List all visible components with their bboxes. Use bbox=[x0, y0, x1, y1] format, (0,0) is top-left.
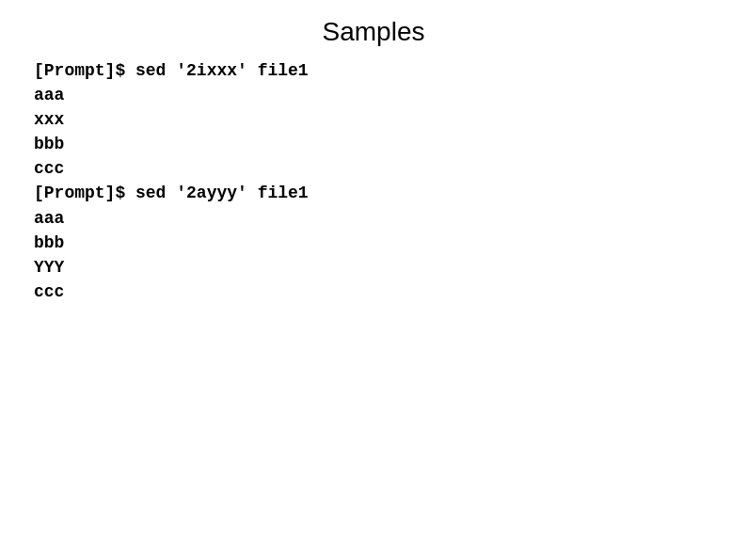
code-line-4: bbb bbox=[34, 132, 747, 156]
page-title: Samples bbox=[0, 0, 747, 56]
code-line-5: ccc bbox=[34, 156, 747, 181]
page-container: Samples [Prompt]$ sed '2ixxx' file1 aaa … bbox=[0, 0, 747, 560]
code-line-9: YYY bbox=[34, 255, 747, 280]
code-line-7: aaa bbox=[34, 206, 747, 231]
code-line-8: bbb bbox=[34, 231, 747, 255]
code-line-1: [Prompt]$ sed '2ixxx' file1 bbox=[34, 58, 747, 83]
code-line-6: [Prompt]$ sed '2ayyy' file1 bbox=[34, 181, 747, 205]
code-content: [Prompt]$ sed '2ixxx' file1 aaa xxx bbb … bbox=[0, 56, 747, 304]
code-line-3: xxx bbox=[34, 107, 747, 132]
code-line-10: ccc bbox=[34, 280, 747, 304]
code-line-2: aaa bbox=[34, 83, 747, 107]
